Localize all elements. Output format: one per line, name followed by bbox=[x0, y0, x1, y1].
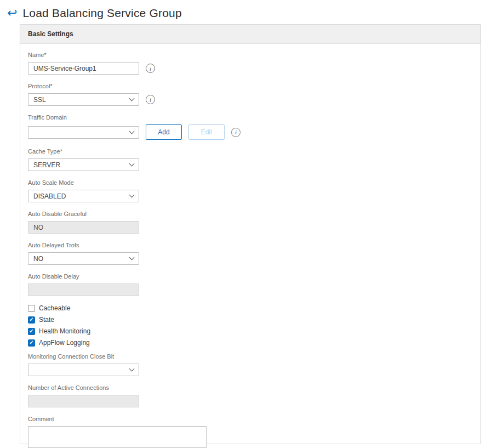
number-of-active-connections-input bbox=[28, 395, 139, 407]
monitoring-connection-close-bit-label: Monitoring Connection Close Bit bbox=[28, 353, 472, 360]
field-protocol: Protocol* SSL i bbox=[28, 83, 472, 106]
auto-delayed-trofs-label: Auto Delayed Trofs bbox=[28, 242, 472, 248]
auto-disable-delay-input bbox=[28, 283, 139, 296]
number-of-active-connections-label: Number of Active Connections bbox=[28, 384, 472, 391]
cache-type-select[interactable]: SERVER bbox=[28, 158, 139, 171]
auto-scale-mode-select-value: DISABLED bbox=[33, 192, 66, 200]
checkbox-icon: ✓ bbox=[28, 316, 35, 324]
field-cache-type: Cache Type* SERVER bbox=[28, 148, 472, 171]
checkbox-label: State bbox=[39, 316, 54, 324]
back-arrow-icon[interactable]: ↩ bbox=[7, 7, 17, 19]
info-icon[interactable]: i bbox=[146, 95, 155, 104]
auto-delayed-trofs-select[interactable]: NO bbox=[28, 252, 139, 265]
add-button[interactable]: Add bbox=[146, 124, 182, 140]
name-label: Name* bbox=[28, 52, 472, 58]
protocol-label: Protocol* bbox=[28, 83, 472, 89]
cache-type-select-value: SERVER bbox=[33, 161, 60, 169]
checkbox-health-monitoring[interactable]: ✓ Health Monitoring bbox=[28, 327, 472, 335]
field-monitoring-connection-close-bit: Monitoring Connection Close Bit bbox=[28, 353, 472, 376]
comment-label: Comment bbox=[28, 416, 472, 422]
field-comment: Comment bbox=[28, 416, 472, 448]
panel-body: Name* i Protocol* SSL i Traffic Domain bbox=[20, 44, 480, 448]
auto-scale-mode-select[interactable]: DISABLED bbox=[28, 190, 139, 202]
check-icon: ✓ bbox=[29, 328, 33, 334]
protocol-select[interactable]: SSL bbox=[28, 93, 139, 106]
comment-textarea[interactable] bbox=[28, 426, 207, 448]
panel-header: Basic Settings bbox=[20, 25, 480, 44]
monitoring-connection-close-bit-select[interactable] bbox=[28, 364, 139, 376]
protocol-select-value: SSL bbox=[33, 96, 46, 104]
auto-disable-graceful-input: NO bbox=[28, 221, 139, 234]
basic-settings-panel: Basic Settings Name* i Protocol* SSL i T… bbox=[20, 24, 481, 444]
field-auto-scale-mode: Auto Scale Mode DISABLED bbox=[28, 179, 472, 202]
checkbox-label: Health Monitoring bbox=[39, 327, 90, 335]
edit-button[interactable]: Edit bbox=[188, 124, 225, 140]
auto-scale-mode-label: Auto Scale Mode bbox=[28, 179, 472, 186]
page-title: Load Balancing Service Group bbox=[22, 7, 181, 20]
checkbox-icon: ✓ bbox=[28, 328, 35, 335]
check-icon: ✓ bbox=[29, 340, 33, 345]
name-input[interactable] bbox=[28, 62, 139, 75]
traffic-domain-select[interactable] bbox=[28, 126, 139, 139]
field-number-of-active-connections: Number of Active Connections bbox=[28, 384, 472, 407]
cache-type-label: Cache Type* bbox=[28, 148, 472, 155]
checkbox-appflow-logging[interactable]: ✓ AppFlow Logging bbox=[28, 339, 472, 347]
checkbox-group: ✓ Cacheable ✓ State ✓ Health Monitoring … bbox=[28, 304, 472, 347]
auto-disable-graceful-value: NO bbox=[33, 224, 43, 231]
checkbox-icon: ✓ bbox=[28, 339, 35, 347]
field-auto-disable-delay: Auto Disable Delay bbox=[28, 273, 472, 296]
check-icon: ✓ bbox=[29, 317, 33, 322]
panel-title: Basic Settings bbox=[28, 30, 73, 38]
auto-disable-delay-label: Auto Disable Delay bbox=[28, 273, 472, 280]
info-icon[interactable]: i bbox=[231, 128, 240, 137]
checkbox-cacheable[interactable]: ✓ Cacheable bbox=[28, 304, 472, 312]
auto-disable-graceful-label: Auto Disable Graceful bbox=[28, 211, 472, 217]
chevron-down-icon bbox=[129, 161, 135, 167]
chevron-down-icon bbox=[129, 192, 135, 198]
chevron-down-icon bbox=[129, 366, 135, 372]
chevron-down-icon bbox=[129, 128, 135, 134]
info-icon[interactable]: i bbox=[146, 64, 155, 73]
checkbox-label: AppFlow Logging bbox=[39, 339, 90, 347]
checkbox-icon: ✓ bbox=[28, 305, 35, 312]
checkbox-label: Cacheable bbox=[39, 304, 70, 312]
field-traffic-domain: Traffic Domain Add Edit i bbox=[28, 114, 472, 140]
field-auto-disable-graceful: Auto Disable Graceful NO bbox=[28, 211, 472, 234]
chevron-down-icon bbox=[129, 255, 135, 260]
page-header: ↩ Load Balancing Service Group bbox=[0, 0, 481, 24]
auto-delayed-trofs-select-value: NO bbox=[33, 255, 43, 263]
field-name: Name* i bbox=[28, 52, 472, 75]
traffic-domain-label: Traffic Domain bbox=[28, 114, 472, 121]
chevron-down-icon bbox=[129, 96, 135, 101]
field-auto-delayed-trofs: Auto Delayed Trofs NO bbox=[28, 242, 472, 265]
checkbox-state[interactable]: ✓ State bbox=[28, 316, 472, 324]
